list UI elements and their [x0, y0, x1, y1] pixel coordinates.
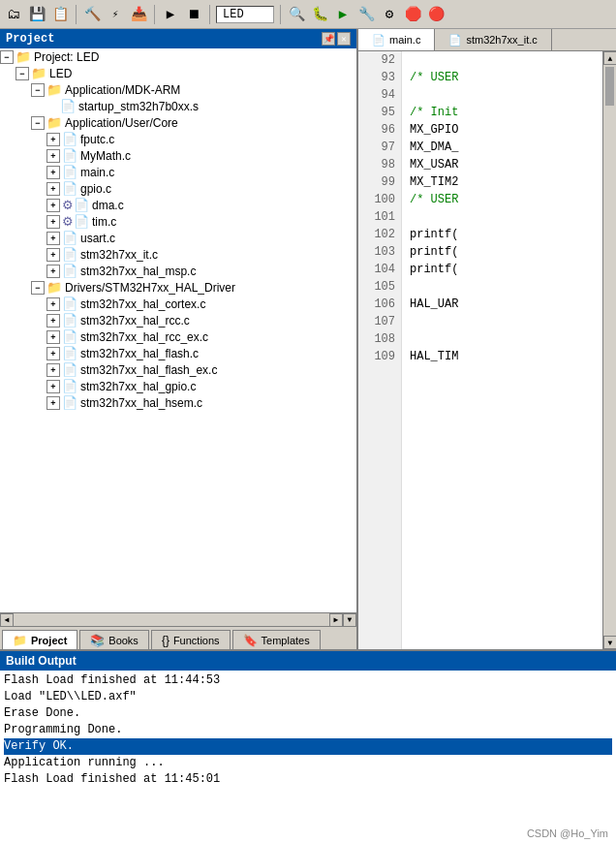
tree-item[interactable]: +📄stm32h7xx_hal_gpio.c — [0, 378, 356, 394]
toolbar-icon-12[interactable]: 🔧 — [356, 5, 376, 24]
tree-toggle[interactable]: + — [46, 297, 60, 311]
tree-item[interactable]: +📄fputc.c — [0, 131, 356, 147]
code-line: MX_USAR — [410, 156, 602, 173]
tree-toggle[interactable]: + — [46, 248, 60, 262]
file-icon: 📄 — [62, 165, 77, 179]
code-area: 9293949596979899100101102103104105106107… — [358, 51, 616, 649]
scroll-left-arrow[interactable]: ◀ — [0, 613, 14, 627]
build-line: Application running ... — [4, 755, 612, 771]
tree-toggle[interactable]: + — [46, 182, 60, 196]
tree-toggle[interactable]: + — [46, 363, 60, 377]
vscroll-down[interactable]: ▼ — [603, 636, 616, 649]
toolbar-icon-11[interactable]: ▶ — [333, 5, 353, 24]
tree-item[interactable]: +📄stm32h7xx_hal_cortex.c — [0, 296, 356, 312]
scroll-right-arrow[interactable]: ▶ — [329, 613, 343, 627]
tree-toggle[interactable]: + — [46, 380, 60, 393]
folder-icon: 📁 — [46, 82, 62, 97]
tree-item[interactable]: +📄stm32h7xx_hal_msp.c — [0, 263, 356, 279]
tab-icon: 📚 — [90, 634, 105, 647]
tree-toggle[interactable]: + — [46, 215, 60, 229]
toolbar-icon-2[interactable]: 💾 — [27, 5, 46, 24]
toolbar-icon-5[interactable]: ⚡ — [106, 5, 125, 24]
tree-item[interactable]: −📁Project: LED — [0, 48, 356, 65]
tree-item[interactable]: −📁Application/MDK-ARM — [0, 81, 356, 98]
file-icon: 📄 — [62, 132, 77, 146]
code-line — [410, 86, 602, 104]
tree-item[interactable]: +📄MyMath.c — [0, 147, 356, 164]
tree-toggle[interactable]: + — [46, 149, 60, 163]
tree-item[interactable]: −📁Application/User/Core — [0, 114, 356, 131]
tree-label: stm32h7xx_it.c — [80, 248, 158, 262]
tab-templates[interactable]: 🔖Templates — [232, 630, 321, 649]
toolbar-icon-14[interactable]: 🛑 — [403, 5, 422, 24]
tree-label: Drivers/STM32H7xx_HAL_Driver — [65, 281, 235, 295]
tree-toggle[interactable]: + — [46, 166, 60, 179]
tree-item[interactable]: −📁Drivers/STM32H7xx_HAL_Driver — [0, 279, 356, 296]
tree-label: Project: LED — [34, 50, 99, 64]
tree-item[interactable]: +📄stm32h7xx_hal_flash_ex.c — [0, 361, 356, 378]
toolbar-sep-4 — [280, 5, 281, 24]
tree-label: fputc.c — [80, 133, 114, 146]
scroll-down-arrow[interactable]: ▼ — [343, 613, 356, 627]
toolbar-icon-9[interactable]: 🔍 — [287, 5, 306, 24]
tree-toggle[interactable]: − — [0, 50, 14, 64]
toolbar-icon-10[interactable]: 🐛 — [310, 5, 329, 24]
tree-toggle[interactable]: + — [46, 133, 60, 146]
editor-tab-label: main.c — [389, 34, 420, 46]
tree-toggle[interactable]: + — [46, 314, 60, 328]
tree-item[interactable]: +⚙📄tim.c — [0, 213, 356, 230]
tree-item[interactable]: +⚙📄dma.c — [0, 197, 356, 213]
tree-label: stm32h7xx_hal_flash.c — [80, 347, 199, 360]
editor-tab-mainc[interactable]: 📄main.c — [358, 29, 435, 50]
tree-toggle[interactable]: − — [31, 116, 45, 130]
editor-tab-icon: 📄 — [448, 34, 462, 47]
tab-functions[interactable]: {}Functions — [151, 630, 231, 649]
tree-item[interactable]: 📄startup_stm32h7b0xx.s — [0, 98, 356, 114]
tree-item[interactable]: +📄stm32h7xx_hal_hsem.c — [0, 394, 356, 411]
tree-item[interactable]: +📄gpio.c — [0, 180, 356, 197]
tree-item[interactable]: +📄usart.c — [0, 230, 356, 246]
toolbar-icon-3[interactable]: 📋 — [50, 5, 70, 24]
tab-books[interactable]: 📚Books — [79, 630, 149, 649]
toolbar-icon-13[interactable]: ⚙ — [380, 5, 399, 24]
code-content: /* USER/* InitMX_GPIOMX_DMA_MX_USARMX_TI… — [402, 51, 602, 649]
tree-item[interactable]: +📄stm32h7xx_hal_flash.c — [0, 345, 356, 361]
folder-icon: 📁 — [46, 115, 62, 130]
vscroll-up[interactable]: ▲ — [603, 51, 616, 65]
toolbar-icon-7[interactable]: ▶ — [161, 5, 180, 24]
tree-toggle[interactable]: − — [15, 67, 29, 80]
toolbar-icon-6[interactable]: 📥 — [129, 5, 148, 24]
tree-item[interactable]: +📄stm32h7xx_hal_rcc.c — [0, 312, 356, 328]
tree-toggle[interactable]: + — [46, 347, 60, 360]
panel-close-btn[interactable]: ✕ — [337, 32, 351, 46]
line-number: 102 — [358, 226, 401, 243]
tree-item[interactable]: +📄main.c — [0, 164, 356, 180]
tab-project[interactable]: 📁Project — [2, 630, 77, 649]
tree-toggle[interactable]: + — [46, 396, 60, 410]
toolbar-icon-4[interactable]: 🔨 — [82, 5, 102, 24]
file-icon: 📄 — [62, 297, 77, 311]
tree-item[interactable]: −📁LED — [0, 65, 356, 81]
tree-toggle[interactable]: + — [46, 330, 60, 344]
tree-container[interactable]: −📁Project: LED−📁LED−📁Application/MDK-ARM… — [0, 48, 356, 612]
toolbar-icon-8[interactable]: ⏹ — [184, 5, 203, 24]
main-container: Project 📌 ✕ −📁Project: LED−📁LED−📁Applica… — [0, 29, 616, 843]
toolbar-icon-15[interactable]: 🔴 — [426, 5, 446, 24]
editor-tab-stm32h7xx_itc[interactable]: 📄stm32h7xx_it.c — [435, 29, 551, 50]
tree-item[interactable]: +📄stm32h7xx_hal_rcc_ex.c — [0, 328, 356, 345]
tree-toggle[interactable]: + — [46, 232, 60, 245]
toolbar-icon-1[interactable]: 🗂 — [4, 5, 23, 24]
left-panel: Project 📌 ✕ −📁Project: LED−📁LED−📁Applica… — [0, 29, 358, 649]
tree-toggle[interactable]: − — [31, 83, 45, 97]
file-icon: 📄 — [62, 346, 77, 360]
vscroll-track[interactable] — [603, 65, 616, 636]
code-line — [410, 313, 602, 330]
panel-pin-btn[interactable]: 📌 — [322, 32, 335, 46]
tree-item[interactable]: +📄stm32h7xx_it.c — [0, 246, 356, 263]
scroll-track[interactable] — [14, 613, 329, 627]
tree-toggle[interactable]: + — [46, 199, 60, 212]
tree-toggle[interactable]: − — [31, 281, 45, 295]
vscroll-thumb[interactable] — [605, 67, 614, 106]
vscroll: ▲ ▼ — [602, 51, 616, 649]
tree-toggle[interactable]: + — [46, 265, 60, 278]
